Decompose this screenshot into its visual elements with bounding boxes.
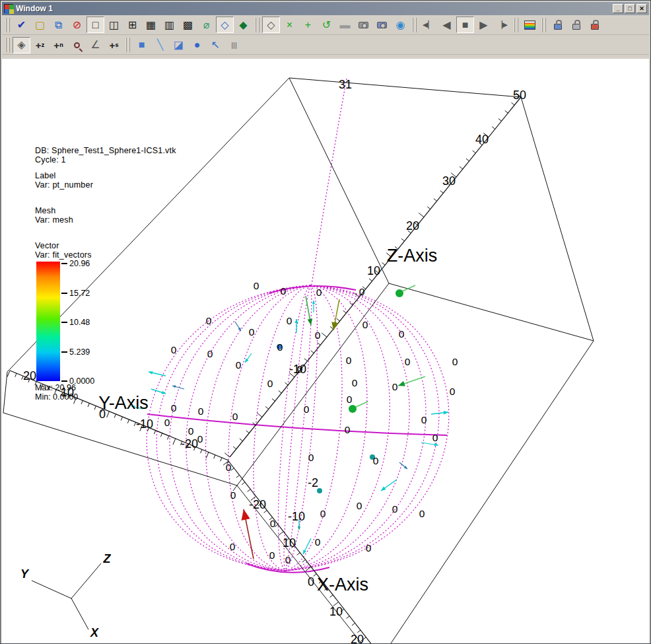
axis-tick (154, 431, 155, 435)
bounding-box-edge (3, 372, 7, 413)
view-cube-blue-button[interactable]: ◇ (216, 17, 234, 33)
point-label: 0 (315, 330, 321, 341)
axis-tick (343, 310, 347, 313)
zoom-rubberband-button[interactable] (68, 37, 86, 54)
spreadsheet-pick-button[interactable]: +s (105, 37, 123, 54)
vector-arrow-head (381, 487, 386, 491)
vector-arrow-head (312, 301, 315, 304)
minimize-button[interactable]: _ (613, 4, 623, 13)
render-viewport[interactable]: 0000000000000000000000000000000000000000… (2, 59, 649, 643)
point-tool-button[interactable]: ↖ (207, 37, 224, 54)
point-label: 0 (171, 344, 177, 355)
axis-tick (466, 159, 469, 161)
layout-3x3-button[interactable]: ▩ (179, 17, 197, 33)
color-table-button[interactable] (521, 17, 539, 33)
axis-tick-label: 30 (442, 174, 456, 188)
active-window-button[interactable]: ✔ (13, 17, 30, 33)
zoom-mode-button[interactable]: +z (31, 37, 49, 54)
close-button[interactable]: ✕ (636, 4, 647, 13)
axis-tick (240, 439, 243, 441)
save-view-button[interactable] (373, 17, 391, 33)
layout-2x2-button[interactable]: ⊞ (123, 17, 141, 33)
title-bar[interactable]: Window 1 _ □ ✕ (2, 2, 649, 15)
point-label-value: -10 (288, 510, 305, 523)
line-tool-button[interactable]: ╲ (151, 37, 169, 54)
node-pick-mode-button[interactable]: +n (50, 37, 67, 54)
saved-view-slot-button[interactable]: ▬ (336, 17, 354, 33)
layout-2x3-button[interactable]: ▦ (142, 17, 160, 33)
axis-tick (304, 359, 308, 361)
axis-tick (382, 263, 386, 266)
undo-view-button[interactable]: ↺ (318, 17, 335, 33)
point-label: 0 (421, 414, 427, 425)
sphere-tool-button[interactable]: ● (188, 37, 206, 54)
point-label: 0 (419, 508, 425, 519)
axis-tick (440, 191, 444, 194)
legend-colorbar (36, 262, 60, 381)
new-window-button[interactable]: ▢ (31, 17, 49, 33)
bounding-box-edge (289, 78, 389, 283)
axis-tick (88, 403, 89, 407)
main-toolbar: ✔▢⧉⊘□◫⊞▦▥▩⌀◇◆◇×+↺▬◉◀▏◀■▶▕▶ (2, 15, 649, 35)
point-label: 0 (405, 356, 411, 367)
lock-tools-button[interactable] (586, 17, 603, 33)
recenter-camera-button[interactable]: + (299, 17, 317, 33)
axis-tick (347, 616, 350, 619)
box-tool-button[interactable]: ■ (133, 37, 151, 54)
point-label: 0 (304, 404, 310, 415)
color-table-icon (524, 20, 535, 30)
lock-view-button[interactable] (549, 17, 566, 33)
tools-toolbar: ◈+z+n∠+s■╲◪●↖||| (2, 36, 649, 55)
vector-arrow-head (298, 526, 300, 530)
axis-tick (279, 390, 282, 393)
axis-restriction-button[interactable]: ||| (225, 37, 243, 54)
point-label: 0 (236, 359, 242, 371)
stop-button[interactable]: ■ (456, 17, 474, 33)
label-plot-var: Var: pt_number (35, 181, 176, 190)
timestep-back-button[interactable]: ◀▏ (419, 17, 437, 33)
lock-time-button[interactable] (567, 17, 585, 33)
recenter-view-button[interactable]: ◆ (234, 17, 252, 33)
axis-tick (473, 151, 476, 153)
timestep-forward-button[interactable]: ▕▶ (493, 17, 511, 33)
axis-tick (492, 127, 495, 129)
padlock-icon (554, 24, 562, 30)
delete-window-button[interactable]: ⊘ (68, 17, 86, 33)
axis-tick (242, 482, 245, 485)
app-icon (4, 4, 13, 13)
axis-tick (127, 419, 129, 423)
layout-1x2-button[interactable]: ◫ (105, 17, 123, 33)
vector-arrow-head (294, 319, 298, 323)
plane-tool-button[interactable]: ◪ (170, 37, 188, 54)
point-label: 0 (287, 315, 292, 326)
maximize-button[interactable]: □ (625, 4, 635, 13)
axis-tick (311, 351, 314, 353)
axis-tick (167, 436, 168, 440)
axis-title: Z-Axis (387, 246, 438, 266)
saved-view-camera-button[interactable] (355, 17, 372, 33)
axis-tick-label: -10 (136, 417, 153, 431)
layout-2x4-button[interactable]: ▥ (160, 17, 178, 33)
lineout-mode-button[interactable]: ∠ (86, 37, 104, 54)
point-label: 0 (164, 417, 170, 428)
triad-axis-label: Z (103, 552, 112, 565)
play-reverse-button[interactable]: ◀ (438, 17, 456, 33)
triad-axis-line (71, 598, 88, 629)
mode-letter: z (42, 42, 45, 48)
layout-1x1-button[interactable]: □ (86, 17, 104, 33)
axis-tick (121, 417, 122, 421)
vector-glyph-dot (395, 289, 403, 297)
reset-view-button[interactable]: × (281, 17, 298, 33)
play-button[interactable]: ▶ (475, 17, 493, 33)
point-label: 0 (285, 554, 291, 565)
navigate-cube-button[interactable]: ◇ (262, 17, 280, 33)
point-label-value: 31 (339, 78, 352, 91)
choose-center-button[interactable]: ◉ (392, 17, 409, 33)
point-label: 0 (188, 425, 194, 437)
axis-tick (505, 110, 508, 113)
spin-view-button[interactable]: ⌀ (197, 17, 215, 33)
axis-tick (265, 407, 269, 410)
navigate-mode-button[interactable]: ◈ (13, 37, 30, 54)
axis-tick (322, 333, 327, 337)
clone-window-button[interactable]: ⧉ (50, 17, 67, 33)
